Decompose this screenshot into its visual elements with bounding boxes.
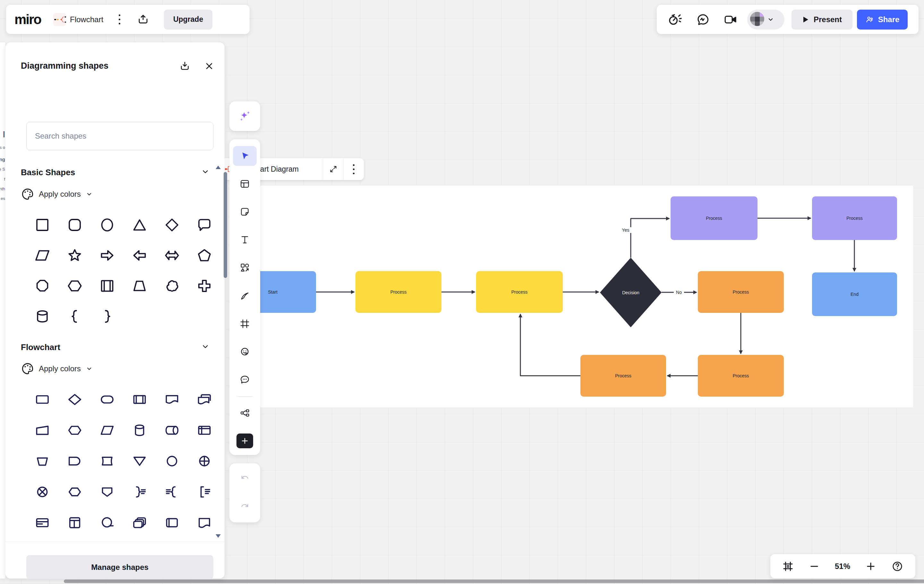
frame-menu-button[interactable]: [343, 158, 364, 180]
multiple-process-shape[interactable]: [129, 513, 150, 533]
tool-sticker[interactable]: [229, 338, 260, 366]
zoom-level[interactable]: 51%: [835, 562, 850, 571]
tool-undo[interactable]: [229, 465, 260, 493]
connector-shape[interactable]: [162, 451, 182, 471]
octagon-shape[interactable]: [32, 276, 53, 296]
ellipse-shape[interactable]: [97, 214, 117, 235]
video-chat-button[interactable]: [723, 13, 738, 26]
terminator-shape[interactable]: [97, 389, 117, 410]
tool-select[interactable]: [229, 142, 260, 170]
account-menu[interactable]: [747, 10, 784, 30]
annotation-center-shape[interactable]: [162, 482, 182, 502]
flowchart-node-p3[interactable]: Process: [670, 196, 757, 240]
annotation-right-shape[interactable]: [129, 482, 150, 502]
or-shape[interactable]: [194, 451, 214, 471]
square-shape[interactable]: [32, 214, 53, 235]
tool-pen[interactable]: [229, 282, 260, 310]
preparation-shape[interactable]: [64, 420, 85, 440]
export-button[interactable]: [137, 13, 149, 26]
stored-data-shape[interactable]: [162, 513, 182, 533]
process-shape[interactable]: [32, 389, 53, 410]
scroll-down-icon[interactable]: [216, 534, 221, 538]
diamond-shape[interactable]: [162, 214, 182, 235]
flowchart-node-p7[interactable]: Process: [581, 355, 666, 397]
board-name[interactable]: Flowchart: [70, 15, 103, 24]
tool-redo[interactable]: [229, 493, 260, 521]
multiple-documents-shape[interactable]: [194, 389, 214, 410]
scroll-up-icon[interactable]: [216, 166, 221, 169]
ai-assist-button[interactable]: [229, 101, 260, 131]
talktrack-button[interactable]: [696, 13, 710, 26]
arrow-right-shape[interactable]: [97, 245, 117, 266]
cylinder-shape[interactable]: [32, 306, 53, 327]
flowchart-node-p1[interactable]: Process: [355, 271, 441, 313]
manage-shapes-button[interactable]: Manage shapes: [26, 555, 213, 579]
display-shape[interactable]: [97, 482, 117, 502]
parallelogram-shape[interactable]: [32, 245, 53, 266]
database-shape[interactable]: [129, 420, 150, 440]
tool-text[interactable]: [229, 226, 260, 254]
data-shape[interactable]: [97, 420, 117, 440]
internal-storage-shape[interactable]: [194, 420, 214, 440]
panel-scrollbar[interactable]: [224, 172, 227, 278]
decision-shape[interactable]: [64, 389, 85, 410]
flowchart-node-p5[interactable]: Process: [698, 271, 784, 313]
left-brace-shape[interactable]: [64, 306, 85, 327]
rounded-rectangle-shape[interactable]: [64, 214, 85, 235]
upgrade-button[interactable]: Upgrade: [164, 10, 213, 30]
trapezoid-shape[interactable]: [129, 276, 150, 296]
zoom-out-button[interactable]: [809, 561, 820, 572]
card-shape[interactable]: [97, 451, 117, 471]
hexagon-shape[interactable]: [64, 276, 85, 296]
share-button[interactable]: Share: [857, 10, 908, 30]
close-panel-button[interactable]: [202, 59, 216, 73]
miro-logo[interactable]: miro: [15, 12, 41, 27]
timer-button[interactable]: [668, 12, 682, 27]
cloud-shape[interactable]: [162, 276, 182, 296]
flowchart-node-p4[interactable]: Process: [812, 196, 897, 240]
flowchart-node-end[interactable]: End: [812, 272, 897, 316]
present-button[interactable]: Present: [792, 10, 853, 30]
annotation-left-shape[interactable]: [194, 482, 214, 502]
zoom-in-button[interactable]: [865, 561, 876, 572]
speech-bubble-shape[interactable]: [194, 214, 214, 235]
fit-to-frame-button[interactable]: [782, 561, 794, 572]
loop-limit-shape[interactable]: [64, 482, 85, 502]
frame-expand-button[interactable]: [323, 158, 343, 180]
stored-data-h-shape[interactable]: [32, 513, 53, 533]
cross-shape[interactable]: [194, 276, 214, 296]
apply-colors-flowchart[interactable]: Apply colors: [21, 362, 93, 375]
manual-operation-shape[interactable]: [32, 420, 53, 440]
flowchart-node-p6[interactable]: Process: [698, 355, 784, 397]
manual-input-shape[interactable]: [32, 451, 53, 471]
tool-add[interactable]: [229, 427, 260, 455]
board-menu-kebab-icon[interactable]: [119, 15, 120, 25]
help-button[interactable]: [891, 560, 903, 572]
tool-sticky-note[interactable]: [229, 198, 260, 226]
collapse-basic-shapes[interactable]: [201, 167, 210, 177]
tool-templates[interactable]: [229, 170, 260, 198]
flowchart-node-p2[interactable]: Process: [476, 271, 563, 313]
delay-shape[interactable]: [64, 451, 85, 471]
collapse-flowchart[interactable]: [201, 342, 210, 351]
sequential-data-shape[interactable]: [97, 513, 117, 533]
summing-junction-shape[interactable]: [32, 482, 53, 502]
search-input[interactable]: [26, 122, 213, 150]
star-shape[interactable]: [64, 245, 85, 266]
document-shape[interactable]: [162, 389, 182, 410]
tool-comment[interactable]: [229, 366, 260, 394]
direct-data-shape[interactable]: [162, 420, 182, 440]
tagged-document-shape[interactable]: [194, 513, 214, 533]
merge-shape[interactable]: [129, 451, 150, 471]
arrow-left-shape[interactable]: [129, 245, 150, 266]
tool-shapes[interactable]: [229, 254, 260, 282]
apply-colors-basic[interactable]: Apply colors: [21, 187, 93, 201]
arrow-left-right-shape[interactable]: [162, 245, 182, 266]
predefined-process-shape[interactable]: [97, 276, 117, 296]
pentagon-shape[interactable]: [194, 245, 214, 266]
tool-frame[interactable]: [229, 310, 260, 338]
triangle-shape[interactable]: [129, 214, 150, 235]
tool-mindmap[interactable]: [229, 399, 260, 427]
download-shapes-button[interactable]: [178, 59, 192, 73]
horizontal-scrollbar[interactable]: [64, 579, 924, 583]
